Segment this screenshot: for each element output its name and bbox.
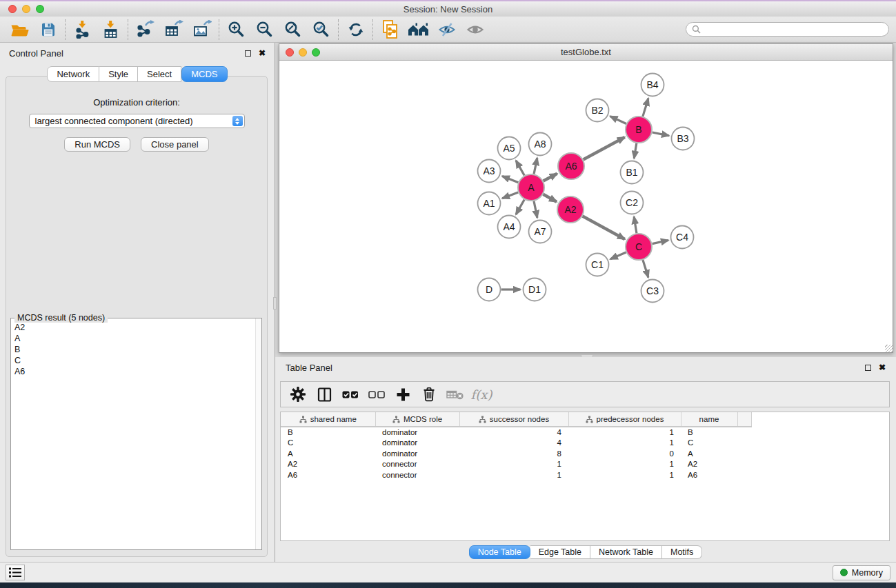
table-row[interactable]: A2connector11A2 bbox=[281, 459, 751, 470]
result-item[interactable]: B bbox=[14, 344, 258, 355]
vertical-split-grip[interactable] bbox=[273, 297, 277, 310]
graph-edge[interactable] bbox=[653, 132, 669, 136]
show-graphics-details-button[interactable] bbox=[461, 18, 489, 41]
graph-edge[interactable] bbox=[516, 199, 524, 214]
network-canvas[interactable]: B4B2BB3A8A5A6B1A3AC2A1A2A4A7C4CC1DD1C3 bbox=[279, 61, 893, 352]
graph-edge[interactable] bbox=[610, 252, 626, 259]
tab-network-table[interactable]: Network Table bbox=[590, 545, 662, 559]
tab-style[interactable]: Style bbox=[99, 66, 138, 82]
maximize-window-button[interactable] bbox=[36, 5, 44, 13]
memory-button[interactable]: Memory bbox=[833, 565, 890, 580]
table-row[interactable]: Bdominator41B bbox=[281, 427, 751, 438]
table-row[interactable]: A6connector11A6 bbox=[281, 469, 751, 480]
graph-edge[interactable] bbox=[543, 194, 557, 202]
graph-edge[interactable] bbox=[544, 174, 557, 181]
tab-edge-table[interactable]: Edge Table bbox=[530, 545, 590, 559]
close-panel-icon[interactable]: ✖ bbox=[259, 49, 266, 57]
table-cell[interactable]: dominator bbox=[375, 427, 459, 438]
table-cell[interactable]: 1 bbox=[568, 427, 681, 438]
graph-edge[interactable] bbox=[502, 176, 518, 183]
table-cell[interactable]: connector bbox=[375, 469, 459, 480]
table-cell[interactable]: 1 bbox=[568, 459, 681, 470]
table-cell[interactable]: 4 bbox=[459, 438, 568, 449]
minimize-network-button[interactable] bbox=[299, 48, 307, 57]
zoom-fit-button[interactable] bbox=[279, 18, 307, 41]
result-item[interactable]: A bbox=[14, 333, 258, 344]
graph-edge[interactable] bbox=[653, 240, 668, 243]
zoom-out-button[interactable] bbox=[250, 18, 279, 41]
delete-columns-button[interactable] bbox=[416, 383, 442, 405]
table-cell[interactable]: 1 bbox=[568, 438, 681, 449]
table-cell[interactable]: dominator bbox=[375, 438, 459, 449]
tab-node-table[interactable]: Node Table bbox=[469, 545, 530, 559]
graph-edge[interactable] bbox=[634, 143, 637, 159]
table-cell[interactable]: A2 bbox=[281, 459, 375, 470]
home-button[interactable] bbox=[404, 18, 432, 41]
graph-edge[interactable] bbox=[634, 216, 637, 233]
table-cell[interactable]: A bbox=[281, 448, 375, 459]
node-table[interactable]: shared nameMCDS rolesuccessor nodesprede… bbox=[280, 412, 890, 541]
graph-edge[interactable] bbox=[643, 260, 648, 277]
save-session-button[interactable] bbox=[34, 18, 62, 41]
table-cell[interactable]: A6 bbox=[281, 469, 375, 480]
zoom-in-button[interactable] bbox=[222, 18, 250, 41]
table-cell[interactable]: C bbox=[681, 438, 737, 449]
hide-graphics-details-button[interactable] bbox=[432, 18, 461, 41]
table-cell[interactable]: A bbox=[681, 448, 737, 459]
minimize-window-button[interactable] bbox=[22, 5, 30, 13]
table-cell[interactable]: 1 bbox=[459, 469, 568, 480]
tab-select[interactable]: Select bbox=[138, 66, 181, 82]
maximize-network-button[interactable] bbox=[312, 48, 320, 57]
table-settings-button[interactable] bbox=[285, 383, 311, 405]
select-all-columns-button[interactable] bbox=[337, 383, 364, 405]
graph-edge[interactable] bbox=[584, 137, 625, 160]
graph-edge[interactable] bbox=[534, 201, 537, 218]
search-field[interactable] bbox=[686, 22, 889, 37]
graph-edge[interactable] bbox=[534, 158, 537, 174]
refresh-button[interactable] bbox=[341, 18, 370, 41]
open-network-document-button[interactable] bbox=[376, 18, 404, 41]
search-input[interactable] bbox=[704, 25, 883, 34]
table-cell[interactable]: 1 bbox=[568, 469, 681, 480]
tab-motifs[interactable]: Motifs bbox=[662, 545, 702, 559]
column-header-successor-nodes[interactable]: successor nodes bbox=[459, 412, 568, 427]
table-cell[interactable]: 4 bbox=[459, 427, 568, 438]
table-cell[interactable]: B bbox=[681, 427, 737, 438]
function-builder-button[interactable]: f(x) bbox=[468, 383, 495, 405]
task-history-button[interactable] bbox=[6, 565, 25, 580]
close-panel-button[interactable]: Close panel bbox=[141, 137, 209, 152]
deselect-all-columns-button[interactable] bbox=[364, 383, 390, 405]
result-item[interactable]: C bbox=[14, 355, 258, 366]
import-table-button[interactable] bbox=[97, 18, 125, 41]
criterion-dropdown[interactable]: largest connected component (directed) bbox=[29, 114, 245, 128]
table-row[interactable]: Adominator80A bbox=[281, 448, 751, 459]
window-resize-grip[interactable] bbox=[885, 345, 893, 352]
table-cell[interactable]: connector bbox=[375, 459, 459, 470]
graph-edge[interactable] bbox=[583, 216, 625, 239]
float-panel-icon[interactable] bbox=[245, 50, 251, 57]
result-item[interactable]: A6 bbox=[14, 366, 258, 377]
close-network-button[interactable] bbox=[286, 48, 294, 57]
network-window-titlebar[interactable]: testGlobe.txt bbox=[279, 44, 893, 61]
table-cell[interactable]: A6 bbox=[681, 469, 737, 480]
export-table-button[interactable] bbox=[159, 18, 188, 41]
delete-table-button[interactable] bbox=[442, 383, 468, 405]
zoom-selected-button[interactable] bbox=[307, 18, 335, 41]
table-cell[interactable]: 1 bbox=[459, 459, 568, 470]
run-mcds-button[interactable]: Run MCDS bbox=[64, 137, 130, 152]
table-row[interactable]: Cdominator41C bbox=[281, 438, 751, 449]
graph-edge[interactable] bbox=[502, 192, 518, 199]
table-cell[interactable]: B bbox=[281, 427, 375, 438]
add-column-button[interactable] bbox=[390, 383, 416, 405]
tab-mcds[interactable]: MCDS bbox=[181, 66, 227, 82]
table-cell[interactable]: 0 bbox=[568, 448, 681, 459]
import-network-button[interactable] bbox=[68, 18, 97, 41]
result-item[interactable]: A2 bbox=[14, 322, 258, 333]
column-header-name[interactable]: name bbox=[681, 412, 737, 427]
tab-network[interactable]: Network bbox=[47, 66, 99, 82]
open-session-button[interactable] bbox=[6, 18, 34, 41]
close-table-panel-icon[interactable]: ✖ bbox=[879, 363, 886, 372]
column-header-shared-name[interactable]: shared name bbox=[281, 412, 375, 427]
float-table-panel-icon[interactable] bbox=[865, 365, 871, 371]
show-columns-button[interactable] bbox=[311, 383, 337, 405]
